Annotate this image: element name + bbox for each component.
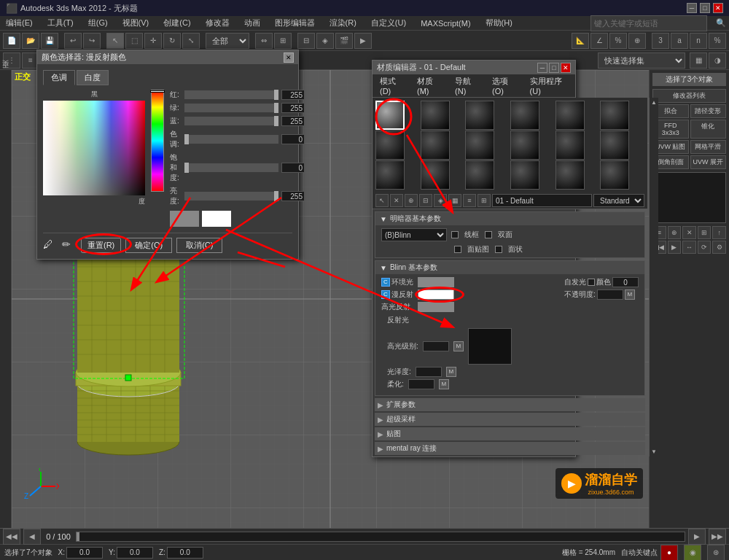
gloss-input[interactable]: 10: [416, 367, 442, 377]
timeline-end-btn[interactable]: ▶▶: [709, 529, 726, 545]
menu-views[interactable]: 视图(V): [120, 18, 152, 28]
mat-menu-nav[interactable]: 导航(N): [452, 76, 482, 96]
mat-tb-3[interactable]: ⊕: [405, 194, 418, 207]
mat-scrollbar[interactable]: ▲ ▼: [649, 98, 658, 456]
select-button[interactable]: ↖: [106, 33, 124, 49]
diffuse-color-swatch[interactable]: [418, 289, 454, 300]
ambient-color-swatch[interactable]: [418, 277, 454, 287]
rs-icon-3[interactable]: ✕: [682, 226, 696, 239]
green-input[interactable]: 255: [281, 103, 305, 113]
mat-menu-options[interactable]: 选项(O): [489, 76, 520, 96]
gloss-map-btn[interactable]: M: [446, 367, 456, 377]
sphere-4[interactable]: [510, 101, 539, 130]
sphere-14[interactable]: [421, 160, 450, 190]
menu-edit[interactable]: 编辑(E): [3, 18, 36, 28]
sphere-10[interactable]: [510, 131, 539, 160]
sphere-9[interactable]: [465, 131, 494, 160]
diffuse-lock-btn[interactable]: C: [381, 290, 390, 299]
rs-icon-2[interactable]: ⊕: [668, 226, 682, 239]
save-button[interactable]: 💾: [41, 33, 58, 49]
sphere-7[interactable]: [375, 131, 405, 160]
modifier-meshsmooth-btn[interactable]: 网格平滑: [690, 140, 727, 154]
pipette-icon[interactable]: 🖊: [43, 238, 58, 253]
blue-slider[interactable]: [184, 117, 278, 125]
sphere-17[interactable]: [555, 160, 585, 190]
color-reset-button[interactable]: 重置(R): [81, 238, 121, 253]
spinner-snap-button[interactable]: ⊕: [628, 33, 646, 49]
color-ok-button[interactable]: 确定(O): [125, 238, 172, 253]
move-button[interactable]: ✛: [144, 33, 162, 49]
menu-render[interactable]: 渲染(R): [327, 18, 359, 28]
modifier-path-deform-btn[interactable]: 踏径变形: [690, 104, 727, 118]
set-key-button[interactable]: ◉: [684, 545, 701, 561]
new-color-swatch[interactable]: [202, 211, 231, 227]
spec-level-input[interactable]: 0: [423, 341, 449, 351]
x-input[interactable]: [66, 547, 103, 559]
mat-close-button[interactable]: ✕: [561, 63, 571, 73]
scale-button[interactable]: ⤡: [182, 33, 200, 49]
menu-customize[interactable]: 自定义(U): [368, 18, 409, 28]
new-scene-button[interactable]: 📄: [3, 33, 20, 49]
layer-manager-button[interactable]: ⊟: [297, 33, 315, 49]
soften-map-btn[interactable]: M: [439, 379, 449, 389]
mat-tb-7[interactable]: ≡: [463, 194, 476, 207]
specular-color-swatch[interactable]: [418, 302, 454, 312]
wireframe-checkbox[interactable]: [451, 231, 459, 238]
sphere-3[interactable]: [465, 101, 494, 130]
sphere-2[interactable]: [421, 101, 450, 130]
align-button[interactable]: ⊞: [274, 33, 292, 49]
face-map-checkbox[interactable]: [454, 246, 461, 253]
timeline-prev-btn[interactable]: ◀: [23, 529, 41, 545]
mat-menu-mode[interactable]: 模式(D): [377, 76, 407, 96]
self-illum-color-checkbox[interactable]: [588, 279, 595, 286]
mirror-button[interactable]: ⇔: [255, 33, 273, 49]
bri-input[interactable]: 255: [281, 191, 305, 201]
material-type-select[interactable]: Standard: [593, 194, 644, 207]
expand-params-row[interactable]: ▶ 扩展参数: [375, 398, 645, 411]
y-input[interactable]: [117, 547, 153, 559]
rotate-button[interactable]: ↻: [163, 33, 181, 49]
mat-tb-5[interactable]: ◈: [434, 194, 447, 207]
tb2-btn1[interactable]: ⋮: [3, 52, 20, 69]
opacity-input[interactable]: 100: [597, 289, 623, 300]
mat-tb-6[interactable]: ▦: [448, 194, 461, 207]
hue-slider[interactable]: [184, 135, 278, 144]
rs-icon-5[interactable]: ↑: [712, 226, 726, 239]
auto-key-button[interactable]: ●: [660, 545, 678, 561]
hue-strip[interactable]: [151, 90, 164, 192]
mat-tb-1[interactable]: ↖: [375, 194, 389, 207]
view-mode-btn[interactable]: ◑: [709, 52, 726, 69]
sphere-18[interactable]: [600, 160, 629, 190]
mat-tb-4[interactable]: ⊟: [419, 194, 432, 207]
maximize-button[interactable]: □: [700, 3, 710, 13]
sphere-1[interactable]: [375, 101, 405, 130]
mat-maximize-button[interactable]: □: [549, 63, 559, 73]
modifier-taper-btn[interactable]: 锥化: [690, 120, 727, 139]
selection-filter-dropdown[interactable]: 全部: [206, 33, 249, 49]
sphere-12[interactable]: [600, 131, 629, 160]
mat-menu-material[interactable]: 材质(M): [414, 76, 445, 96]
sphere-15[interactable]: [465, 160, 494, 190]
ambient-lock-btn[interactable]: C: [381, 278, 390, 287]
red-slider[interactable]: [184, 90, 278, 99]
old-color-swatch[interactable]: [170, 211, 199, 227]
opacity-map-btn[interactable]: M: [625, 289, 635, 300]
hue-input[interactable]: 0: [281, 134, 305, 144]
timeline-play-btn[interactable]: ◀◀: [3, 529, 20, 545]
window-controls[interactable]: ─ □ ✕: [687, 3, 723, 13]
percent-snap-button[interactable]: %: [609, 33, 627, 49]
self-illum-value[interactable]: [612, 277, 639, 287]
color-gradient-container[interactable]: [43, 101, 145, 195]
faceted-checkbox[interactable]: [495, 246, 502, 253]
render-setup-button[interactable]: 🎬: [335, 33, 353, 49]
mental-ray-row[interactable]: ▶ mental ray 连接: [375, 442, 645, 455]
mat-menu-utilities[interactable]: 实用程序(U): [527, 76, 571, 96]
snap-toggle-button[interactable]: 📐: [572, 33, 589, 49]
render-mode-button[interactable]: n: [690, 33, 707, 49]
rs-icon-9[interactable]: ⟳: [698, 241, 712, 254]
sphere-13[interactable]: [375, 160, 405, 190]
select-region-button[interactable]: ⬚: [125, 33, 143, 49]
color-picker-close-button[interactable]: ✕: [284, 52, 294, 63]
timeline-next-btn[interactable]: ▶: [688, 529, 706, 545]
undo-button[interactable]: ↩: [64, 33, 82, 49]
